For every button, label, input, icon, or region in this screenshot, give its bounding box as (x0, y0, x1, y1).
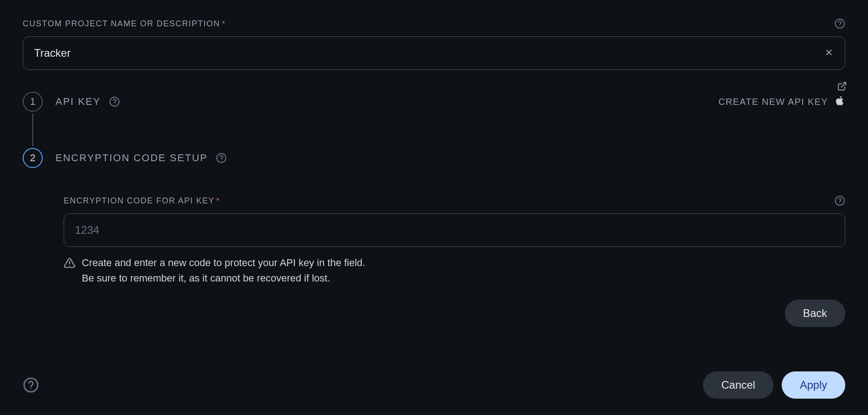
apple-icon (834, 95, 845, 109)
external-link-icon (837, 81, 847, 94)
svg-point-0 (835, 19, 844, 28)
help-icon[interactable] (23, 377, 39, 393)
step-number-1: 1 (23, 92, 43, 112)
svg-point-7 (839, 203, 840, 204)
step-connector (32, 114, 33, 146)
apply-button[interactable]: Apply (782, 371, 845, 399)
svg-point-11 (30, 388, 31, 389)
help-icon[interactable] (109, 96, 120, 107)
help-icon[interactable] (216, 153, 227, 163)
encryption-code-input[interactable] (64, 213, 845, 247)
svg-point-6 (835, 196, 844, 205)
svg-point-1 (839, 26, 840, 27)
svg-point-3 (114, 104, 115, 105)
create-new-api-key-label: CREATE NEW API KEY (718, 97, 828, 107)
step-encryption-setup: 2 ENCRYPTION CODE SETUP (23, 148, 845, 168)
cancel-button[interactable]: Cancel (703, 371, 773, 399)
step-number-2: 2 (23, 148, 43, 168)
project-name-input[interactable] (23, 36, 845, 70)
footer: Cancel Apply (23, 371, 845, 399)
close-icon (824, 48, 833, 59)
create-new-api-key-link[interactable]: CREATE NEW API KEY (718, 95, 845, 109)
help-icon[interactable] (834, 18, 845, 29)
back-button[interactable]: Back (785, 300, 845, 327)
svg-point-5 (221, 160, 222, 161)
hint-line-2: Be sure to remember it, as it cannot be … (82, 271, 365, 286)
encryption-code-section: ENCRYPTION CODE FOR API KEY* Create and … (64, 195, 845, 286)
hint-line-1: Create and enter a new code to protect y… (82, 255, 365, 271)
encryption-code-label: ENCRYPTION CODE FOR API KEY (64, 196, 215, 205)
project-name-label: CUSTOM PROJECT NAME OR DESCRIPTION (23, 19, 220, 28)
clear-input-button[interactable] (822, 45, 836, 61)
svg-point-2 (110, 97, 119, 106)
svg-point-9 (69, 265, 70, 266)
project-name-section: CUSTOM PROJECT NAME OR DESCRIPTION* (23, 18, 845, 70)
warning-icon (64, 255, 75, 286)
encryption-code-hint: Create and enter a new code to protect y… (64, 255, 845, 286)
step-title-api-key: API KEY (55, 96, 101, 108)
required-asterisk: * (216, 197, 219, 205)
required-asterisk: * (222, 20, 224, 28)
step-title-encryption: ENCRYPTION CODE SETUP (55, 152, 208, 164)
steps-list: 1 API KEY CREATE NEW API KEY 2 ENCRYPTIO… (23, 92, 845, 327)
svg-point-4 (217, 153, 226, 163)
help-icon[interactable] (834, 195, 845, 206)
step-api-key: 1 API KEY CREATE NEW API KEY (23, 92, 845, 112)
svg-point-10 (24, 378, 38, 392)
